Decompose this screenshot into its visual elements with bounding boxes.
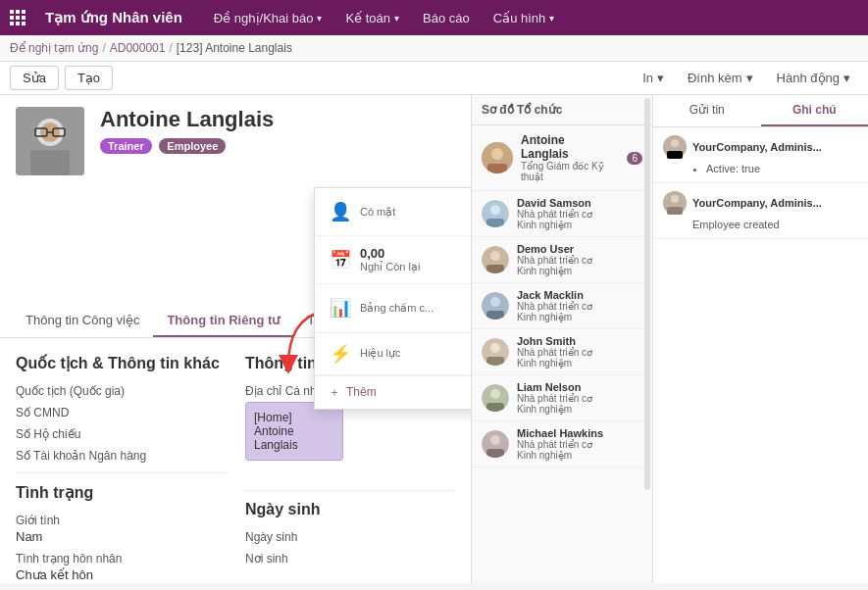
dropdown-item-bang-cham[interactable]: 📊 Bảng chấm c... — [315, 284, 466, 333]
badge-container: Trainer Employee — [100, 138, 455, 154]
svg-point-38 — [671, 139, 679, 147]
stats-dropdown: 👤 Có mặt 📋 0 Các hợp đồng 📅 — [314, 187, 471, 410]
chatter-message-2: YourCompany, Adminis... Employee created — [653, 183, 868, 239]
dropdown-item-xuat-ban[interactable]: 🌐 Đã xuất bảnTrên Website — [466, 284, 471, 333]
field-so-tai-khoan: Số Tài khoản Ngân hàng — [16, 449, 226, 463]
chatter-tab-gui-tin[interactable]: Gửi tin — [653, 95, 761, 126]
attendance-icon: 📊 — [329, 297, 352, 319]
dropdown-item-nghi-con-lai[interactable]: 📅 0,00 Nghỉ Còn lại — [315, 236, 466, 284]
chevron-down-icon: ▾ — [657, 71, 664, 85]
sua-button[interactable]: Sửa — [10, 66, 59, 90]
section-title-birthday: Ngày sinh — [245, 501, 455, 518]
chevron-down-icon: ▾ — [549, 13, 554, 24]
svg-rect-5 — [22, 16, 26, 20]
chatter-avatar-2 — [663, 191, 687, 215]
breadcrumb-separator: / — [169, 41, 172, 55]
field-so-ho-chieu: Số Hộ chiếu — [16, 427, 226, 441]
svg-rect-18 — [487, 164, 507, 173]
dropdown-grid: 👤 Có mặt 📋 0 Các hợp đồng 📅 — [315, 188, 471, 409]
plus-icon: ＋ — [329, 384, 340, 401]
chevron-down-icon: ▾ — [394, 13, 399, 24]
top-navigation: Tạm ứng Nhân viên Đề nghị/Khai báo ▾ Kế … — [0, 0, 868, 35]
svg-rect-6 — [10, 22, 14, 25]
org-person-john[interactable]: John Smith Nhà phát triển cơKinh nghiệm — [472, 329, 652, 375]
tab-left: Quốc tịch & Thông tin khác Quốc tịch (Qu… — [16, 354, 226, 583]
chevron-down-icon: ▾ — [746, 71, 753, 85]
chatter-tabs: Gửi tin Ghi chú — [653, 95, 868, 127]
chatter-avatar-1 — [663, 135, 687, 159]
svg-rect-33 — [486, 403, 504, 412]
action-bar: Sửa Tạo In ▾ Đính kèm ▾ Hành động ▾ — [0, 62, 868, 95]
active-icon: ⚡ — [329, 343, 352, 365]
org-avatar-liam — [482, 384, 509, 412]
main-layout: Antoine Langlais Trainer Employee 👤 Có m… — [0, 95, 868, 583]
dropdown-item-phieu-luong[interactable]: 💰 0 Phiếu lương — [466, 236, 471, 284]
org-main-person-info: Antoine Langlais Tổng Giám đốc Kỹ thuật — [521, 133, 615, 182]
calendar-icon: 📅 — [329, 249, 352, 270]
avatar — [16, 107, 84, 175]
breadcrumb-link-ad000001[interactable]: AD000001 — [110, 41, 166, 55]
svg-point-35 — [490, 435, 500, 445]
trainer-badge: Trainer — [100, 138, 152, 154]
employee-info: Antoine Langlais Trainer Employee — [100, 107, 455, 154]
chevron-down-icon: ▾ — [317, 13, 322, 24]
field-gioi-tinh: Giới tính Nam — [16, 514, 226, 544]
address-box[interactable]: [Home]AntoineLanglais — [245, 402, 343, 461]
svg-point-17 — [491, 148, 503, 160]
apps-menu-button[interactable] — [10, 10, 26, 25]
action-bar-right: In ▾ Đính kèm ▾ Hành động ▾ — [635, 67, 858, 89]
org-person-liam[interactable]: Liam Nelson Nhà phát triển cơKinh nghiệm — [472, 375, 652, 421]
in-button[interactable]: In ▾ — [635, 67, 672, 89]
dropdown-item-hieu-luc[interactable]: ⚡ Hiệu lực — [315, 333, 466, 375]
employee-badge: Employee — [159, 138, 226, 154]
org-main-avatar — [482, 142, 513, 173]
breadcrumb-link-tam-ung[interactable]: Để nghị tạm ứng — [10, 41, 98, 55]
menu-item-de-nghi[interactable]: Đề nghị/Khai báo ▾ — [202, 3, 334, 33]
menu-item-bao-cao[interactable]: Báo cáo — [411, 3, 482, 33]
org-person-demo[interactable]: Demo User Nhà phát triển cơKinh nghiệm — [472, 237, 652, 283]
hanh-dong-button[interactable]: Hành động ▾ — [769, 67, 858, 89]
tao-button[interactable]: Tạo — [65, 66, 113, 90]
svg-point-23 — [490, 251, 500, 261]
svg-rect-24 — [486, 265, 504, 273]
dropdown-item-co-mat[interactable]: 👤 Có mặt — [315, 188, 466, 236]
svg-rect-21 — [486, 219, 504, 227]
breadcrumb-separator: / — [102, 41, 105, 55]
chatter-sidebar: Gửi tin Ghi chú YourCompany, Adminis... … — [652, 95, 868, 583]
user-icon: 👤 — [329, 201, 352, 222]
dropdown-item-hop-dong[interactable]: 📋 0 Các hợp đồng — [466, 188, 471, 236]
org-avatar-john — [482, 338, 509, 366]
svg-rect-27 — [486, 311, 504, 320]
tab-cong-viec[interactable]: Thông tin Công việc — [12, 305, 153, 337]
org-main-person[interactable]: Antoine Langlais Tổng Giám đốc Kỹ thuật … — [472, 125, 652, 191]
svg-rect-8 — [22, 22, 26, 25]
org-person-michael[interactable]: Michael Hawkins Nhà phát triển cơKinh ng… — [472, 421, 652, 467]
org-person-jack[interactable]: Jack Macklin Nhà phát triển cơKinh nghiệ… — [472, 283, 652, 329]
org-chart-title: Sơ đồ Tổ chức — [472, 95, 652, 125]
app-title: Tạm ứng Nhân viên — [45, 9, 182, 26]
chevron-down-icon: ▾ — [843, 71, 850, 85]
dinh-kem-button[interactable]: Đính kèm ▾ — [680, 67, 761, 89]
employee-name: Antoine Langlais — [100, 107, 455, 132]
svg-rect-4 — [16, 16, 20, 20]
menu-item-cau-hinh[interactable]: Cấu hình ▾ — [482, 3, 567, 33]
scrollbar[interactable] — [644, 98, 650, 490]
chatter-message-1: YourCompany, Adminis... Active: true — [653, 127, 868, 183]
svg-point-32 — [490, 389, 500, 399]
chatter-tab-ghi-chu[interactable]: Ghi chú — [761, 95, 869, 126]
org-person-david[interactable]: David Samson Nhà phát triển cơKinh nghiệ… — [472, 191, 652, 237]
svg-point-29 — [490, 343, 500, 353]
org-chart-sidebar: Sơ đồ Tổ chức Antoine Langlais Tổng Giám… — [471, 95, 652, 583]
field-ngay-sinh: Ngày sinh — [245, 530, 455, 544]
svg-rect-36 — [486, 449, 504, 458]
org-avatar-michael — [482, 430, 509, 458]
top-menu: Đề nghị/Khai báo ▾ Kế toán ▾ Báo cáo Cấu… — [202, 3, 566, 33]
org-count-badge: 6 — [627, 152, 642, 165]
dropdown-more-button[interactable]: ＋ Thêm — [315, 375, 471, 409]
breadcrumb: Để nghị tạm ứng / AD000001 / [123] Antoi… — [0, 35, 868, 62]
menu-item-ke-toan[interactable]: Kế toán ▾ — [333, 3, 411, 33]
svg-rect-39 — [667, 151, 683, 159]
svg-point-41 — [671, 195, 679, 203]
field-quoc-tich: Quốc tịch (Quốc gia) — [16, 384, 226, 398]
svg-point-20 — [490, 205, 500, 215]
